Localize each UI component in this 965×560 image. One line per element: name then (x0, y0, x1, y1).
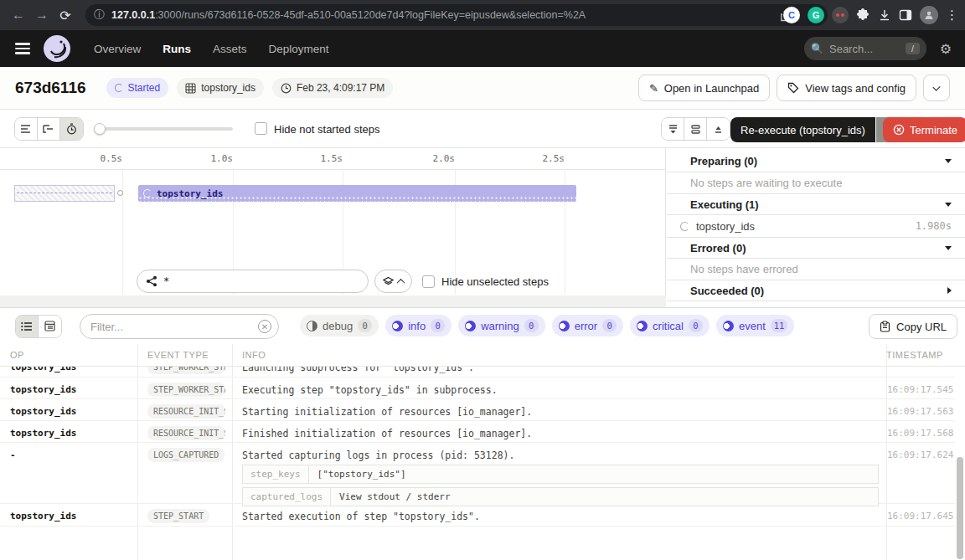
layers-icon (383, 276, 394, 287)
executing-step-row[interactable]: topstory_ids 1.980s (667, 215, 965, 237)
level-error-toggle[interactable]: error0 (552, 315, 623, 337)
log-vertical-scrollbar[interactable] (957, 457, 963, 559)
timed-view-button[interactable] (60, 118, 83, 140)
log-row-partial[interactable]: topstory_ids STEP_WORKER_STARTI… Launchi… (0, 367, 955, 378)
timestamp-cell[interactable]: 16:09:17.645 (886, 504, 955, 526)
timestamp-cell[interactable]: 16:09:17.568 (886, 421, 955, 442)
gantt-waiting-marker (14, 185, 115, 202)
level-warning-toggle[interactable]: warning0 (458, 315, 545, 337)
hamburger-menu-icon[interactable] (15, 40, 30, 57)
step-spinner-icon (143, 189, 152, 198)
search-shortcut-key: / (906, 43, 920, 54)
job-grid-icon (185, 83, 196, 94)
clock-icon (281, 83, 292, 94)
op-selector-input[interactable] (137, 270, 369, 293)
nav-deployment[interactable]: Deployment (269, 43, 329, 55)
toggle-icon (465, 321, 476, 331)
browser-profile-avatar[interactable] (920, 6, 938, 24)
log-list-view-button[interactable] (16, 316, 39, 337)
level-debug-toggle[interactable]: debug0 (300, 315, 379, 337)
waterfall-view-button[interactable] (38, 118, 60, 140)
executing-section-header[interactable]: Executing (1) (667, 193, 965, 215)
view-tags-config-button[interactable]: View tags and config (777, 74, 916, 101)
preparing-section-header[interactable]: Preparing (0) (667, 151, 965, 172)
flat-view-button[interactable] (15, 118, 38, 140)
log-row[interactable]: topstory_ids RESOURCE_INIT_SUCC… Finishe… (0, 421, 955, 443)
run-status-badge: Started (106, 78, 169, 98)
log-view-mode-group (15, 315, 62, 338)
metadata-value: ["topstory_ids"] (309, 465, 879, 484)
hide-unselected-checkbox[interactable] (422, 275, 435, 288)
terminate-button[interactable]: Terminate (883, 117, 965, 142)
log-filter-input[interactable] (80, 314, 279, 339)
event-type-badge: STEP_WORKER_STARTED (147, 383, 225, 397)
gantt-horizontal-scrollbar[interactable] (0, 295, 666, 307)
timestamp-cell[interactable]: 16:09:17.563 (886, 399, 955, 420)
timestamp-cell[interactable]: 16:09:17.624 (886, 443, 955, 503)
log-row[interactable]: topstory_ids STEP_START Started executio… (0, 504, 955, 527)
nav-overview[interactable]: Overview (94, 43, 141, 55)
col-header-info: INFO (232, 350, 886, 360)
axis-tick: 2.5s (531, 153, 565, 164)
expand-rows-button[interactable] (684, 118, 707, 140)
timestamp-cell[interactable]: 16:09:17.545 (886, 378, 955, 398)
chevron-up-icon (397, 278, 405, 286)
toggle-icon (723, 321, 734, 331)
gantt-zoom-slider[interactable] (95, 127, 233, 131)
op-cell: - (0, 443, 137, 503)
errored-section-header[interactable]: Errored (0) (667, 237, 965, 259)
side-panel-icon[interactable] (899, 8, 912, 22)
graph-query-toggle-button[interactable] (374, 270, 412, 293)
gantt-time-axis: 0.5s 1.0s 1.5s 2.0s 2.5s (0, 148, 665, 170)
open-in-launchpad-button[interactable]: ✎ Open in Launchpad (638, 74, 770, 101)
axis-tick: 1.0s (199, 153, 233, 164)
extension-clock-icon[interactable]: C (783, 7, 800, 23)
site-info-icon[interactable]: ⓘ (94, 8, 105, 23)
run-job-badge[interactable]: topstory_ids (177, 78, 264, 98)
hide-not-started-checkbox[interactable] (255, 122, 267, 135)
reexecute-split-button: Re-execute (topstory_ids) (730, 117, 897, 142)
browser-address-bar[interactable]: ⓘ 127.0.0.1:3000/runs/673d6116-0528-45df… (85, 4, 828, 26)
dagster-logo[interactable] (44, 35, 70, 62)
chevron-down-icon (945, 246, 952, 250)
pencil-icon: ✎ (649, 82, 658, 95)
grammarly-icon[interactable]: G (808, 7, 824, 23)
downloads-icon[interactable] (878, 8, 891, 22)
settings-gear-icon[interactable]: ⚙ (940, 41, 952, 57)
browser-reload-icon[interactable]: ⟳ (54, 8, 77, 23)
global-search[interactable]: 🔍 Search... / (804, 37, 926, 60)
url-text: 127.0.0.1:3000/runs/673d6116-0528-45df-a… (111, 9, 586, 21)
browser-menu-kebab-icon[interactable]: ⋮ (946, 8, 958, 23)
level-critical-toggle[interactable]: critical0 (630, 315, 710, 337)
clear-filter-icon[interactable]: ✕ (258, 320, 271, 333)
reexecute-button[interactable]: Re-execute (topstory_ids) (730, 117, 875, 142)
search-placeholder: Search... (829, 43, 873, 55)
browser-forward-icon[interactable]: → (30, 8, 54, 23)
slider-handle[interactable] (94, 123, 106, 135)
gantt-step-bar[interactable]: topstory_ids (138, 185, 576, 202)
chevron-right-icon (947, 287, 952, 294)
header-more-chevron-button[interactable] (923, 74, 950, 101)
extension-red-eyes-icon[interactable] (832, 7, 849, 23)
collapse-all-button[interactable] (662, 118, 684, 140)
op-selector-value[interactable] (163, 275, 331, 287)
nav-runs[interactable]: Runs (163, 43, 191, 55)
browser-back-icon[interactable]: ← (7, 8, 30, 23)
extensions-puzzle-icon[interactable] (856, 8, 870, 23)
run-toolbar: Hide not started steps Re-execute (topst… (0, 110, 965, 148)
log-row-logs-captured[interactable]: - LOGS_CAPTURED Started capturing logs i… (0, 443, 955, 504)
log-row[interactable]: topstory_ids STEP_WORKER_STARTED Executi… (0, 378, 955, 399)
search-icon: 🔍 (811, 43, 823, 54)
log-structured-view-button[interactable] (39, 316, 61, 337)
copy-url-button[interactable]: Copy URL (869, 314, 957, 339)
eject-top-button[interactable] (707, 118, 730, 140)
level-info-toggle[interactable]: info0 (385, 315, 452, 337)
log-row[interactable]: topstory_ids RESOURCE_INIT_STAR… Startin… (0, 399, 955, 421)
browser-chrome: ← → ⟳ ⓘ 127.0.0.1:3000/runs/673d6116-052… (0, 0, 965, 30)
op-cell: topstory_ids (0, 399, 137, 420)
level-event-toggle[interactable]: event11 (716, 315, 794, 337)
info-cell: Started capturing logs in process (pid: … (232, 443, 887, 503)
nav-assets[interactable]: Assets (213, 43, 247, 55)
succeeded-section-header[interactable]: Succeeded (0) (667, 280, 965, 301)
info-cell: Started execution of step "topstory_ids"… (232, 504, 887, 526)
